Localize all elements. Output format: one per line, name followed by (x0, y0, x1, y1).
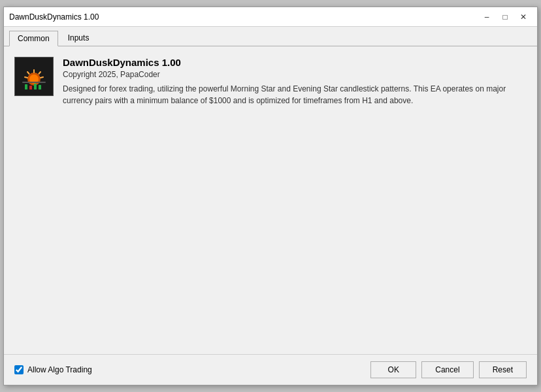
title-bar: DawnDuskDynamics 1.00 – □ ✕ (4, 7, 537, 27)
info-section: DawnDuskDynamics 1.00 Copyright 2025, Pa… (14, 57, 527, 106)
ok-button[interactable]: OK (370, 361, 416, 378)
ea-copyright: Copyright 2025, PapaCoder (63, 70, 527, 79)
svg-rect-9 (29, 86, 32, 90)
svg-rect-11 (39, 85, 41, 90)
bottom-bar: Allow Algo Trading OK Cancel Reset (4, 354, 537, 385)
content-area: DawnDuskDynamics 1.00 Copyright 2025, Pa… (4, 46, 537, 354)
allow-algo-label[interactable]: Allow Algo Trading (27, 365, 92, 374)
svg-line-5 (39, 72, 41, 74)
svg-line-7 (41, 77, 43, 78)
tab-inputs[interactable]: Inputs (59, 30, 98, 46)
maximize-button[interactable]: □ (497, 10, 514, 24)
svg-line-6 (25, 77, 27, 78)
window-title: DawnDuskDynamics 1.00 (9, 12, 99, 22)
minimize-button[interactable]: – (478, 10, 495, 24)
svg-rect-10 (34, 84, 37, 90)
ea-description: Designed for forex trading, utilizing th… (63, 83, 527, 106)
ea-logo (14, 57, 54, 96)
svg-rect-8 (25, 84, 27, 90)
main-window: DawnDuskDynamics 1.00 – □ ✕ Common Input… (3, 7, 538, 385)
tab-common[interactable]: Common (9, 31, 58, 46)
svg-rect-2 (22, 82, 46, 83)
tab-bar: Common Inputs (4, 27, 537, 46)
allow-algo-checkbox[interactable] (14, 365, 24, 374)
close-button[interactable]: ✕ (515, 10, 532, 24)
checkbox-area: Allow Algo Trading (14, 365, 92, 374)
title-bar-buttons: – □ ✕ (478, 10, 532, 24)
reset-button[interactable]: Reset (479, 361, 527, 378)
cancel-button[interactable]: Cancel (421, 361, 473, 378)
button-group: OK Cancel Reset (370, 361, 527, 378)
svg-line-4 (27, 72, 29, 74)
ea-info: DawnDuskDynamics 1.00 Copyright 2025, Pa… (63, 57, 527, 106)
ea-name: DawnDuskDynamics 1.00 (63, 57, 527, 68)
